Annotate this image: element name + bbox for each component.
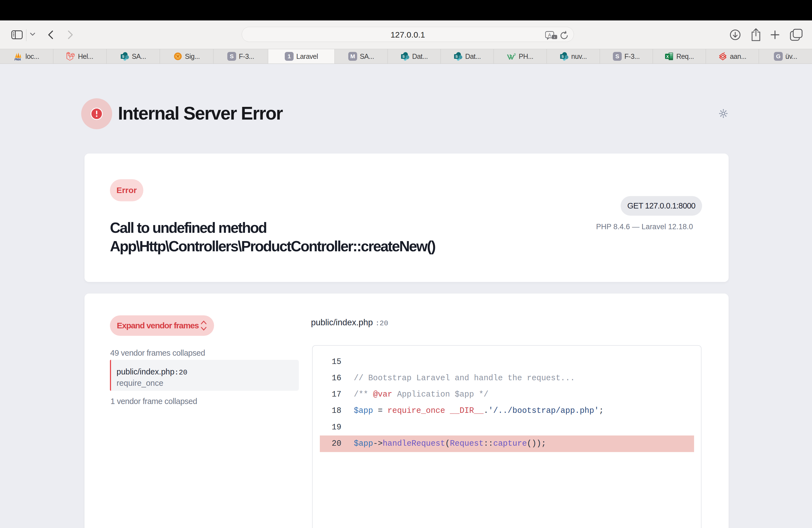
svg-text:3: 3: [514, 53, 516, 56]
svg-text:PMA: PMA: [14, 58, 21, 61]
svg-text:S: S: [122, 54, 125, 59]
svg-text:A: A: [548, 33, 551, 38]
svg-text:X: X: [666, 54, 669, 59]
svg-text:x: x: [554, 35, 555, 39]
svg-text:S: S: [562, 54, 564, 59]
svg-text:S: S: [402, 54, 405, 59]
svg-text:S: S: [455, 54, 458, 59]
